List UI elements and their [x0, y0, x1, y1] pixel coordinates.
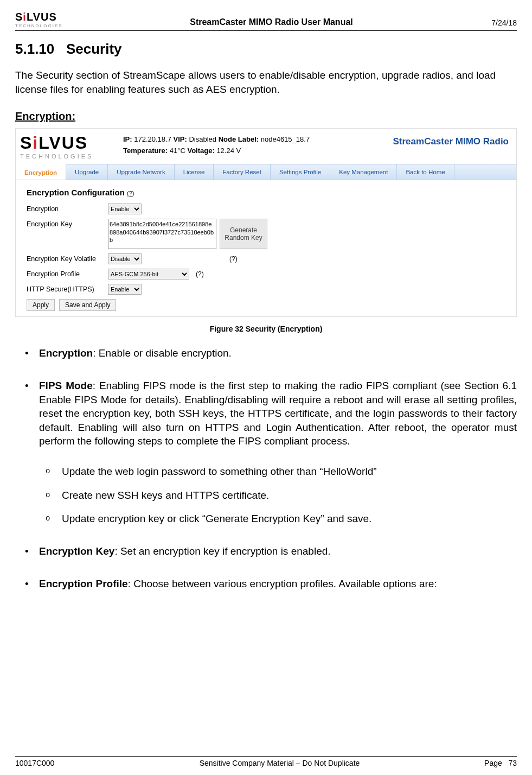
figure-caption: Figure 32 Security (Encryption): [15, 325, 517, 333]
footer-notice: Sensitive Company Material – Do Not Dupl…: [91, 759, 468, 767]
tab-settings-profile[interactable]: Settings Profile: [271, 164, 330, 180]
temp-label: Temperature:: [123, 147, 168, 155]
bullet-encryption: Encryption: Enable or disable encryption…: [39, 346, 517, 360]
tab-factory-reset[interactable]: Factory Reset: [214, 164, 271, 180]
app-status: IP: 172.20.18.7 VIP: Disabled Node Label…: [123, 133, 393, 158]
bullet-term: Encryption Profile: [39, 578, 128, 589]
bullet-rest: : Choose between various encryption prof…: [128, 578, 437, 589]
app-panel: SiLVUS TECHNOLOGIES IP: 172.20.18.7 VIP:…: [15, 128, 517, 317]
fips-sublist: Update the web login password to somethi…: [39, 465, 517, 526]
logo-subtext: TECHNOLOGIES: [15, 23, 75, 28]
generate-random-key-button[interactable]: Generate Random Key: [220, 219, 267, 249]
bullet-encryption-key: Encryption Key: Set an encryption key if…: [39, 544, 517, 558]
encryption-key-input[interactable]: [108, 219, 216, 249]
node-label-label: Node Label:: [219, 135, 259, 143]
encryption-label: Encryption: [27, 204, 108, 213]
volt-label: Voltage:: [187, 147, 214, 155]
header-title: StreamCaster MIMO Radio User Manual: [75, 17, 468, 29]
bullet-rest: : Set an encryption key if encryption is…: [114, 545, 330, 557]
footer-page-num: 73: [508, 759, 517, 767]
bullet-rest: : Enable or disable encryption.: [93, 347, 232, 359]
volt-value: 12.24 V: [216, 147, 241, 155]
fips-step-1: Update the web login password to somethi…: [62, 465, 517, 479]
app-topbar: SiLVUS TECHNOLOGIES IP: 172.20.18.7 VIP:…: [16, 129, 516, 164]
section-heading: 5.1.10 Security: [15, 41, 517, 58]
bullet-term: Encryption: [39, 347, 93, 359]
header-logo: SiLVUS TECHNOLOGIES: [15, 11, 75, 29]
bullet-fips-mode: FIPS Mode: Enabling FIPS mode is the fir…: [39, 379, 517, 526]
node-label-value: node4615_18.7: [261, 135, 310, 143]
bullet-term: FIPS Mode: [39, 380, 93, 391]
tab-key-management[interactable]: Key Management: [330, 164, 397, 180]
fips-step-3: Update encryption key or click “Generate…: [62, 512, 517, 526]
profile-label: Encryption Profile: [27, 269, 108, 278]
bullet-encryption-profile: Encryption Profile: Choose between vario…: [39, 577, 517, 591]
form-title-text: Encryption Configuration: [27, 188, 125, 197]
header-date: 7/24/18: [468, 18, 517, 29]
volatile-select[interactable]: Disable: [108, 253, 142, 264]
app-brand: StreamCaster MIMO Radio: [393, 133, 512, 147]
subheading-encryption: Encryption:: [15, 110, 517, 123]
encryption-select[interactable]: Enable: [108, 204, 142, 214]
bullet-list: Encryption: Enable or disable encryption…: [15, 346, 517, 590]
vip-value: Disabled: [189, 135, 216, 143]
ip-label: IP:: [123, 135, 132, 143]
logo-text: SiLVUS: [15, 11, 75, 23]
form-title: Encryption Configuration (?): [27, 188, 511, 197]
app-logo-sub: TECHNOLOGIES: [20, 153, 123, 160]
tab-upgrade-network[interactable]: Upgrade Network: [108, 164, 174, 180]
footer-docnum: 10017C000: [15, 759, 91, 767]
footer-page: Page 73: [468, 759, 517, 767]
tab-upgrade[interactable]: Upgrade: [66, 164, 108, 180]
https-label: HTTP Secure(HTTPS): [27, 284, 108, 293]
page-header: SiLVUS TECHNOLOGIES StreamCaster MIMO Ra…: [15, 11, 517, 31]
tab-back-home[interactable]: Back to Home: [397, 164, 454, 180]
volatile-help-icon[interactable]: (?): [226, 253, 238, 263]
apply-button[interactable]: Apply: [27, 299, 55, 311]
https-select[interactable]: Enable: [108, 284, 142, 295]
profile-select[interactable]: AES-GCM 256-bit: [108, 269, 189, 279]
volatile-label: Encryption Key Volatile: [27, 253, 108, 263]
temp-value: 41°C: [170, 147, 185, 155]
vip-label: VIP:: [174, 135, 187, 143]
profile-help-icon[interactable]: (?): [193, 269, 204, 278]
section-title: Security: [66, 41, 122, 57]
help-icon[interactable]: (?): [127, 190, 134, 196]
footer-page-label: Page: [484, 759, 502, 767]
page-footer: 10017C000 Sensitive Company Material – D…: [15, 756, 517, 767]
ip-value: 172.20.18.7: [134, 135, 171, 143]
bullet-term: Encryption Key: [39, 545, 114, 557]
section-intro: The Security section of StreamScape allo…: [15, 68, 517, 96]
tab-bar: Encryption Upgrade Upgrade Network Licen…: [16, 164, 516, 180]
form-area: Encryption Configuration (?) Encryption …: [16, 180, 516, 316]
tab-license[interactable]: License: [175, 164, 214, 180]
save-apply-button[interactable]: Save and Apply: [59, 299, 116, 311]
app-logo: SiLVUS TECHNOLOGIES: [20, 133, 123, 160]
bullet-rest: : Enabling FIPS mode is the first step t…: [39, 380, 517, 447]
fips-step-2: Create new SSH keys and HTTPS certificat…: [62, 488, 517, 503]
encryption-key-label: Encryption Key: [27, 219, 108, 228]
tab-encryption[interactable]: Encryption: [16, 164, 66, 180]
section-number: 5.1.10: [15, 41, 54, 57]
